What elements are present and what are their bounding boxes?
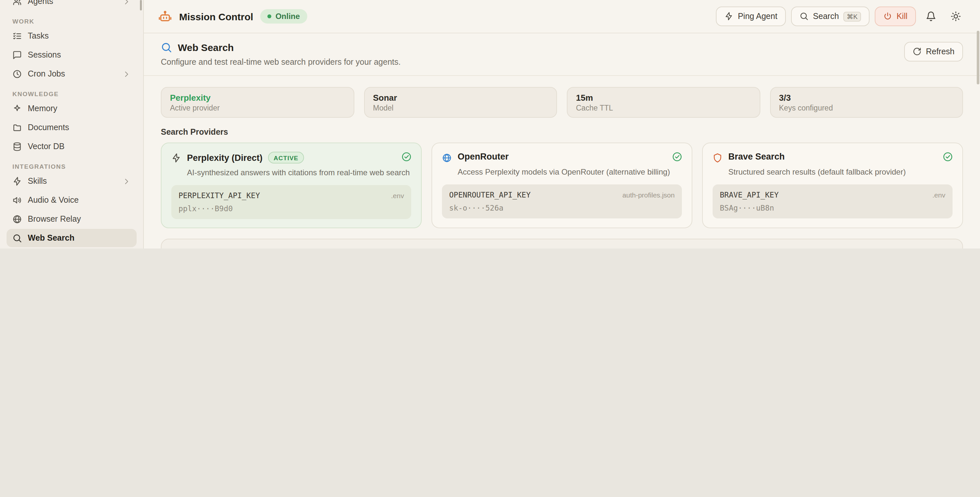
api-key-name: OPENROUTER_API_KEY [449,190,531,199]
status-badge-label: Online [275,12,300,21]
sidebar-item-tasks[interactable]: Tasks [6,27,137,45]
sidebar: Agents WORK Tasks Sessions Cron Jobs KNO… [0,0,144,248]
top-bar: Mission Control Online Ping Agent Search… [144,0,980,33]
kill-label: Kill [897,12,907,21]
provider-title: OpenRouter [458,152,509,161]
api-key-name: BRAVE_API_KEY [720,190,779,199]
sidebar-scrollbar[interactable] [140,0,142,10]
api-key-value: sk-o····526a [449,203,675,212]
providers-grid: Perplexity (Direct) ACTIVE AI-synthesize… [161,143,963,228]
provider-description: Access Perplexity models via OpenRouter … [458,167,682,178]
provider-card-openrouter[interactable]: OpenRouter Access Perplexity models via … [431,143,692,228]
sidebar-item-web-search[interactable]: Web Search [6,229,137,247]
providers-heading: Search Providers [161,127,963,137]
documents-icon [13,123,22,132]
top-bar-actions: Ping Agent Search ⌘K Kill [716,6,966,26]
sidebar-item-label: Documents [28,123,69,132]
check-circle-icon [942,152,953,162]
provider-title: Brave Search [728,152,785,161]
refresh-button[interactable]: Refresh [904,42,963,62]
search-icon [800,12,808,21]
stat-active-provider: Perplexity Active provider [161,87,354,118]
sun-icon [951,11,961,22]
sidebar-item-skills[interactable]: Skills [6,172,137,190]
web-search-icon [13,233,22,243]
sidebar-item-agents[interactable]: Agents [6,0,137,10]
stat-value: Sonar [373,93,548,103]
agents-icon [13,0,22,6]
api-key-source: .env [391,191,404,199]
sidebar-item-label: Agents [28,0,53,6]
stat-keys-configured: 3/3 Keys configured [770,87,963,118]
bell-icon [926,11,936,22]
stat-value: Perplexity [170,93,345,103]
search-shortcut: ⌘K [843,11,861,21]
sidebar-item-label: Skills [28,177,47,186]
sidebar-item-cron-jobs[interactable]: Cron Jobs [6,65,137,83]
provider-card-perplexity[interactable]: Perplexity (Direct) ACTIVE AI-synthesize… [161,143,422,228]
sidebar-item-browser-relay[interactable]: Browser Relay [6,210,137,228]
api-key-box: OPENROUTER_API_KEY auth-profiles.json sk… [442,185,682,218]
provider-card-brave[interactable]: Brave Search Structured search results (… [702,143,963,228]
page-subtitle: Configure and test real-time web search … [161,57,401,67]
api-key-box: BRAVE_API_KEY .env BSAg····uB8n [713,185,953,218]
page-body: Perplexity Active provider Sonar Model 1… [144,76,980,248]
robot-icon [158,10,172,23]
sidebar-item-memory[interactable]: Memory [6,99,137,118]
kill-button[interactable]: Kill [875,6,916,26]
theme-toggle-button[interactable] [946,6,966,26]
api-key-name: PERPLEXITY_API_KEY [178,191,260,200]
section-label-work: WORK [13,18,131,25]
vector-db-icon [13,142,22,151]
globe-icon [442,153,452,163]
check-circle-icon [401,152,411,162]
stat-value: 15m [576,93,751,103]
page-scrollbar[interactable] [977,31,979,84]
power-icon [883,12,892,21]
sidebar-item-label: Audio & Voice [28,196,79,205]
chevron-right-icon [122,70,131,78]
page-title: Web Search [178,42,234,53]
perplexity-models-panel: Perplexity Models Select a model below. … [161,239,963,248]
sidebar-item-label: Web Search [28,233,75,243]
cron-jobs-icon [13,69,22,79]
api-key-box: PERPLEXITY_API_KEY .env pplx····B9d0 [171,185,411,219]
sidebar-item-label: Tasks [28,31,49,41]
browser-relay-icon [13,215,22,224]
app-window: Agents WORK Tasks Sessions Cron Jobs KNO… [0,0,980,248]
active-badge: ACTIVE [268,152,304,164]
zap-icon [171,153,181,163]
section-label-integrations: INTEGRATIONS [13,163,131,170]
app-title: Mission Control [179,11,253,22]
stats-row: Perplexity Active provider Sonar Model 1… [161,87,963,118]
main-area: Mission Control Online Ping Agent Search… [144,0,980,248]
ping-agent-button[interactable]: Ping Agent [716,6,786,26]
stat-label: Model [373,104,548,112]
chevron-right-icon [122,0,131,6]
sidebar-item-label: Memory [28,104,57,113]
sidebar-nav: Agents WORK Tasks Sessions Cron Jobs KNO… [0,0,143,248]
sidebar-item-documents[interactable]: Documents [6,118,137,137]
stat-cache-ttl: 15m Cache TTL [567,87,760,118]
page-header: Web Search Configure and test real-time … [144,33,980,76]
status-badge: Online [261,9,307,24]
api-key-value: BSAg····uB8n [720,203,945,212]
chevron-right-icon [122,177,131,185]
skills-icon [13,177,22,186]
sidebar-item-vector-db[interactable]: Vector DB [6,137,137,156]
refresh-label: Refresh [926,47,955,56]
web-search-icon [161,42,172,53]
stat-label: Active provider [170,104,345,112]
sidebar-item-sessions[interactable]: Sessions [6,46,137,64]
sessions-icon [13,50,22,60]
search-label: Search [813,12,839,21]
shield-icon [713,153,722,163]
ping-agent-label: Ping Agent [738,12,777,21]
stat-label: Keys configured [779,104,954,112]
sidebar-item-audio-voice[interactable]: Audio & Voice [6,191,137,209]
online-dot [268,14,272,18]
search-button[interactable]: Search ⌘K [791,6,870,26]
notifications-button[interactable] [921,6,941,26]
tasks-icon [13,31,22,41]
stat-label: Cache TTL [576,104,751,112]
